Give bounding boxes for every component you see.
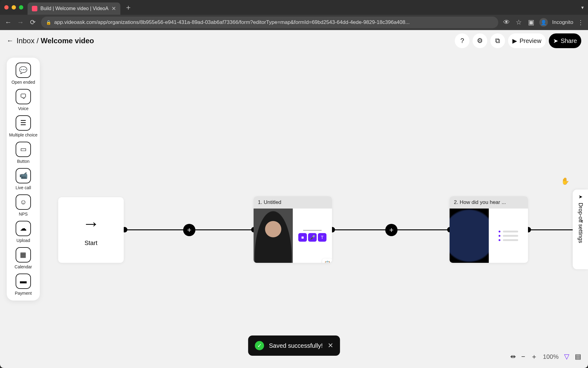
tab-title: Build | Welcome video | VideoA xyxy=(40,6,108,11)
zoom-level: 100% xyxy=(543,353,559,360)
step-response-preview: ■ 🎤 T xyxy=(293,209,332,263)
tab-close-icon[interactable]: ✕ xyxy=(111,5,116,12)
lock-icon: 🔒 xyxy=(46,20,51,25)
browser-tab[interactable]: Build | Welcome video | VideoA ✕ xyxy=(28,2,120,15)
new-tab-button[interactable]: ＋ xyxy=(125,2,132,12)
step-response-preview xyxy=(489,209,528,263)
cursor-select-icon: ➤ xyxy=(579,194,582,200)
canvas-footer-controls: ⇹ − ＋ 100% ▽ ▤ xyxy=(510,352,581,361)
toast-message: Saved successfully! xyxy=(269,342,323,349)
success-check-icon: ✓ xyxy=(255,341,264,350)
incognito-label: Incognito xyxy=(552,19,573,25)
flow-canvas[interactable]: + + → Start 1. Untitled ■ 🎤 xyxy=(0,30,588,368)
zoom-out-button[interactable]: − xyxy=(521,353,525,361)
start-node-label: Start xyxy=(85,240,97,247)
eye-off-icon[interactable]: 👁 xyxy=(503,18,511,26)
star-icon[interactable]: ☆ xyxy=(515,18,523,26)
toast-notification: ✓ Saved successfully! ✕ xyxy=(248,335,340,356)
start-node[interactable]: → Start xyxy=(58,197,124,263)
app-root: ← Inbox / Welcome video ? ⚙ ⧉ ▶ Preview … xyxy=(0,30,588,368)
cursor-icon: ✋ xyxy=(561,177,569,185)
browser-menu-button[interactable]: ⋮ xyxy=(578,19,584,26)
add-node-button[interactable]: + xyxy=(385,224,398,236)
url-text: app.videoask.com/app/organizations/8b955… xyxy=(54,19,410,25)
add-node-button[interactable]: + xyxy=(183,224,195,236)
filter-button[interactable]: ▽ xyxy=(564,353,569,361)
arrow-right-icon: → xyxy=(82,213,100,233)
step-thumbnail xyxy=(450,209,489,263)
audio-response-icon: 🎤 xyxy=(308,233,317,242)
dropoff-label: Drop-off settings xyxy=(577,203,584,243)
clipboard-badge-icon[interactable]: 📋 xyxy=(322,259,332,263)
tab-favicon-icon xyxy=(32,6,37,11)
zoom-in-button[interactable]: ＋ xyxy=(531,352,537,361)
step-node-2[interactable]: 2. How did you hear ... xyxy=(450,196,528,263)
incognito-icon: 👤 xyxy=(539,18,548,27)
video-response-icon: ■ xyxy=(298,233,307,242)
back-button[interactable]: ← xyxy=(4,18,12,26)
forward-button[interactable]: → xyxy=(17,18,24,26)
layout-grid-button[interactable]: ▤ xyxy=(575,353,581,361)
extensions-icon[interactable]: ▣ xyxy=(527,18,535,26)
window-controls[interactable] xyxy=(4,5,23,10)
reload-button[interactable]: ⟳ xyxy=(29,18,37,26)
tabs-menu-icon[interactable]: ▾ xyxy=(581,5,584,10)
step-node-1[interactable]: 1. Untitled ■ 🎤 T 📋 xyxy=(254,196,332,263)
fit-width-button[interactable]: ⇹ xyxy=(510,353,516,361)
step-thumbnail xyxy=(254,209,293,263)
browser-tab-bar: Build | Welcome video | VideoA ✕ ＋ ▾ xyxy=(0,0,588,15)
dropoff-settings-tab[interactable]: ➤ Drop-off settings xyxy=(573,190,588,269)
text-response-icon: T xyxy=(318,233,326,242)
browser-address-bar: ← → ⟳ 🔒 app.videoask.com/app/organizatio… xyxy=(0,15,588,30)
toast-close-button[interactable]: ✕ xyxy=(328,342,333,350)
minimize-window-icon[interactable] xyxy=(12,5,16,10)
url-field[interactable]: 🔒 app.videoask.com/app/organizations/8b9… xyxy=(41,17,498,28)
maximize-window-icon[interactable] xyxy=(19,5,23,10)
close-window-icon[interactable] xyxy=(4,5,9,10)
step-node-title: 2. How did you hear ... xyxy=(450,196,528,209)
step-node-title: 1. Untitled xyxy=(254,196,332,209)
